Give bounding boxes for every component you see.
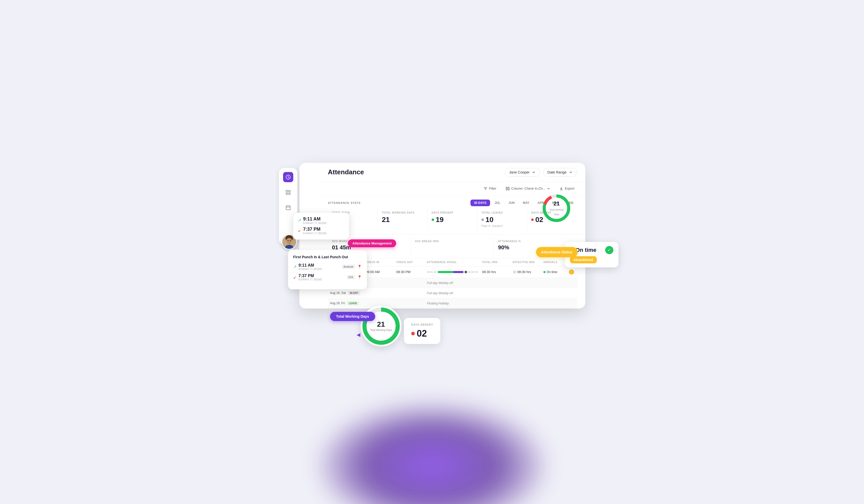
mini-punch-out-time: 7:37 PM (303, 227, 327, 232)
punch-in-time: 9:11 AM (299, 263, 322, 268)
cell-visual-1: 09:00 AM 08:00 PM (425, 271, 480, 273)
svg-point-11 (289, 241, 289, 242)
filter-button[interactable]: Filter (481, 185, 499, 192)
th-checkin: CHECK IN (364, 261, 394, 264)
stat-days-absent: DAYS ABSENT 02 (527, 208, 577, 230)
cell-visual-4: Floating Holiday (425, 301, 480, 305)
cell-visual-2: Full day Weekly-off (425, 281, 480, 285)
column-button[interactable]: Column: Check In,Ch... (503, 185, 553, 192)
sidebar-icon-calendar[interactable] (283, 203, 293, 213)
punch-in-device: Android (341, 264, 355, 269)
svg-rect-14 (508, 187, 509, 190)
absent-dot (531, 218, 534, 221)
location-icon: 📍 (357, 265, 362, 269)
user-name: Jane Cooper (509, 170, 530, 174)
donut-center: 21 Total WorkingDays (550, 200, 563, 216)
svg-point-10 (290, 240, 291, 241)
arrow-indicator: ◄ (356, 331, 362, 338)
svg-point-9 (287, 240, 288, 241)
punch-title: First Punch In & Last Punch Out (293, 255, 362, 259)
mini-punch-out-coord: 8.646447,77.381065 (303, 232, 327, 235)
cell-total-hrs-1: 08:30 hrs (480, 270, 511, 274)
attendance-management-badge[interactable]: Attendance Management (348, 239, 396, 247)
punch-in-arrow: ↗ (293, 264, 297, 269)
date-range-label: Date Range (548, 170, 567, 174)
days-absent-card: DAYS ABSENT 02 (404, 318, 440, 344)
th-checkout: CHECK OUT (394, 261, 425, 264)
stat-total-leaves: TOTAL LEAVES 10 Paid: 8 Unpaid:2 (477, 208, 527, 230)
period-tab-jun[interactable]: JUN (505, 200, 518, 206)
header: Attendance Jane Cooper Date Range (320, 163, 585, 182)
mini-punch-in-coord: 8.646447,77.381065 (303, 222, 327, 225)
cell-checkin-1: 09:00 AM (364, 270, 394, 274)
days-absent-label: DAYS ABSENT (411, 323, 433, 326)
th-effective-hrs: EFFECTIVE HRS (511, 261, 541, 264)
header-actions: Jane Cooper Date Range (505, 168, 577, 177)
sidebar-icon-grid[interactable] (283, 187, 293, 197)
cell-date-4: Aug 18, Fri LEAVE (328, 301, 364, 305)
cell-date-3: Aug 19, Sat W-OFF (328, 291, 364, 295)
svg-rect-4 (288, 193, 290, 194)
cell-arrivals-1: On time (541, 270, 567, 274)
svg-point-8 (286, 238, 292, 244)
th-arrivals: ARRIVALS (541, 261, 567, 264)
svg-rect-2 (288, 190, 290, 192)
svg-rect-5 (286, 206, 290, 210)
ontime-check-icon: ✓ (605, 246, 613, 254)
export-label: Export (565, 187, 575, 190)
cell-checkout-1: 08:30 PM (394, 270, 425, 274)
mini-time-card: ↗ 9:11 AM 8.646447,77.381065 ↙ 7:37 PM 8… (293, 213, 349, 240)
stat-avg-break-hrs: AVG BREAK HRS (411, 237, 494, 254)
cell-action-1[interactable]: ! (567, 269, 577, 275)
punch-out-row: ↙ 7:37 PM 8.646447,77.381065 iOS 📍 (293, 274, 362, 281)
filter-label: Filter (489, 187, 496, 190)
punch-out-coord: 8.646447,77.381065 (299, 278, 322, 281)
punch-in-coord: 8.646447,77.381065 (299, 268, 322, 271)
punch-card: First Punch In & Last Punch Out ↗ 9:11 A… (288, 250, 367, 289)
cell-visual-3: Full day Weekly-off (425, 291, 480, 295)
stat-days-present: DAYS PRESENT 19 (428, 208, 477, 230)
stat-total-working-days: TOTAL WORKING DAYS 21 (378, 208, 428, 230)
stats-title: ATTENDANCE STATS (328, 201, 361, 204)
abandoned-badge: Abandoned (570, 256, 597, 263)
date-range-selector[interactable]: Date Range (543, 168, 577, 177)
attendance-status-button[interactable]: Attendance Status (536, 247, 578, 257)
donut-mini-number: 21 (370, 320, 392, 328)
cell-effective-hrs-1: 08:30 hrs (511, 270, 541, 274)
export-button[interactable]: Export (557, 185, 577, 192)
leaves-sub: Paid: 8 Unpaid:2 (481, 224, 523, 227)
page-title: Attendance (328, 168, 364, 176)
period-tab-jul[interactable]: JUL (491, 200, 504, 206)
svg-rect-1 (286, 190, 287, 192)
table-row: Aug 19, Sat W-OFF Full day Weekly-off (328, 288, 577, 298)
stats-grid-row1: TOTAL DAYS 31 TOTAL WORKING DAYS 21 DAYS… (320, 208, 585, 235)
svg-point-18 (513, 271, 516, 274)
svg-rect-13 (506, 187, 507, 190)
sidebar-icon-clock[interactable] (283, 172, 293, 182)
th-visual: ATTENDENCE VISUAL (425, 261, 480, 264)
donut-chart: 21 Total WorkingDays (541, 193, 572, 224)
present-dot (432, 218, 434, 221)
column-label: Column: Check In,Ch... (511, 187, 545, 190)
punch-out-time: 7:37 PM (299, 274, 322, 278)
punch-out-device: iOS (346, 275, 355, 279)
th-total-hrs: TOTAL HRS (480, 261, 511, 264)
punch-out-arrow: ↙ (293, 275, 297, 280)
period-tab-30days[interactable]: 30 DAYS (470, 200, 490, 206)
donut-mini-sub: Total Working Days (370, 328, 392, 332)
total-working-days-badge[interactable]: Total Working Days (330, 312, 375, 321)
days-absent-value: 02 (411, 328, 433, 339)
period-tab-may[interactable]: MAY (519, 200, 533, 206)
mini-punch-in-time: 9:11 AM (303, 216, 327, 222)
svg-rect-3 (286, 193, 287, 194)
user-selector[interactable]: Jane Cooper (505, 168, 540, 177)
punch-in-row: ↗ 9:11 AM 8.646447,77.381065 Android 📍 (293, 263, 362, 271)
leaves-dot (481, 218, 484, 221)
location-icon-out: 📍 (357, 275, 362, 279)
absent-dot-mini (411, 332, 415, 335)
